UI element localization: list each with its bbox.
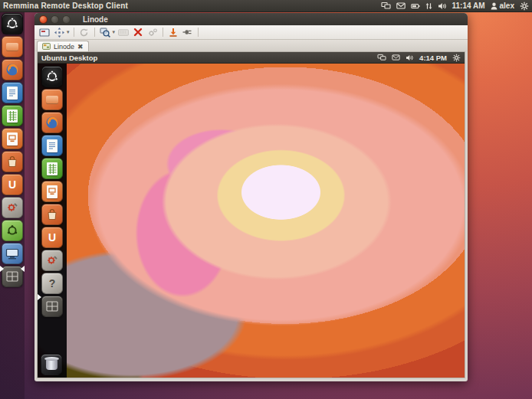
gear-wrench-icon	[45, 253, 59, 267]
remote-launcher-item-unknown-app[interactable]: ?	[41, 273, 63, 294]
remote-desktop-wallpaper[interactable]: U ?	[38, 64, 465, 378]
gear-icon[interactable]	[452, 54, 461, 62]
remote-desktop-icon	[5, 248, 19, 260]
remmina-window: Linode ▾ ▾ Linode ✖ Ubuntu Desktop	[34, 13, 468, 381]
gear-wrench-icon	[5, 201, 19, 214]
scaled-mode-button[interactable]	[78, 26, 90, 38]
running-indicator-arrow	[0, 266, 8, 272]
tab-linode[interactable]: Linode ✖	[37, 41, 89, 51]
window-title: Linode	[83, 15, 108, 24]
impress-presentation-icon	[7, 132, 18, 146]
host-system-tray: 11:14 AM alex	[381, 2, 529, 11]
window-titlebar[interactable]: Linode	[34, 13, 468, 25]
tools-button[interactable]	[132, 26, 144, 38]
launcher-item-dash-home[interactable]	[2, 13, 23, 34]
tab-bar: Linode ✖	[34, 40, 468, 51]
chevron-down-icon[interactable]: ▾	[113, 29, 116, 35]
user-icon	[491, 2, 498, 10]
host-top-panel: Remmina Remote Desktop Client 11:14 AM a…	[0, 0, 532, 12]
remote-launcher-item-ubuntu-software-center[interactable]	[41, 204, 63, 225]
remote-launcher-item-libreoffice-impress[interactable]	[41, 181, 63, 202]
ubuntu-one-letter: U	[8, 178, 16, 191]
toolbar-separator	[74, 28, 74, 37]
folder-icon	[46, 96, 58, 104]
volume-icon[interactable]	[438, 2, 447, 10]
minimize-to-tray-button[interactable]	[167, 26, 179, 38]
connection-thumbnail-icon	[42, 43, 51, 50]
remote-launcher-item-trash[interactable]	[41, 354, 62, 375]
volume-icon[interactable]	[406, 54, 414, 61]
writer-document-icon	[7, 87, 18, 100]
remote-launcher-item-libreoffice-calc[interactable]	[41, 158, 63, 179]
ubuntu-logo-icon	[5, 17, 19, 31]
launcher-item-libreoffice-writer[interactable]	[2, 82, 23, 103]
calc-spreadsheet-icon	[7, 110, 18, 123]
battery-icon[interactable]	[411, 3, 420, 9]
sync-arrows-icon[interactable]	[425, 2, 432, 10]
focused-indicator-arrow	[17, 266, 25, 272]
remote-launcher-item-ubuntu-one[interactable]: U	[41, 227, 63, 248]
folder-icon	[6, 43, 18, 51]
firefox-icon	[5, 62, 20, 77]
remmina-toolbar: ▾ ▾	[34, 25, 468, 40]
ubuntu-one-letter: U	[48, 231, 56, 244]
launcher-item-ubuntu-software-center[interactable]	[2, 151, 23, 172]
launcher-item-home-folder[interactable]	[2, 36, 23, 57]
chevron-down-icon[interactable]: ▾	[67, 29, 70, 35]
running-indicator-arrow	[38, 294, 45, 300]
calc-spreadsheet-icon	[47, 162, 57, 175]
disconnect-button[interactable]	[182, 26, 194, 38]
ubuntu-logo-green-icon	[6, 224, 18, 237]
remote-system-tray: 4:14 PM	[377, 54, 461, 62]
fit-window-button[interactable]	[53, 26, 65, 38]
tab-close-icon[interactable]: ✖	[77, 43, 84, 51]
shopping-bag-icon	[46, 208, 58, 221]
workspace-grid-icon	[6, 271, 18, 282]
launcher-item-ubuntu-logo-green[interactable]	[2, 220, 23, 241]
session-user[interactable]: alex	[491, 2, 514, 10]
preferences-button[interactable]	[146, 26, 159, 38]
host-clock[interactable]: 11:14 AM	[452, 2, 485, 10]
launcher-item-system-settings[interactable]	[2, 197, 23, 218]
zoom-button[interactable]	[99, 26, 111, 38]
remote-top-panel: Ubuntu Desktop 4:14 PM	[38, 52, 465, 64]
writer-document-icon	[47, 139, 57, 152]
workspace-grid-icon	[46, 301, 58, 312]
remote-launcher-item-libreoffice-writer[interactable]	[41, 135, 63, 156]
close-button[interactable]	[39, 15, 48, 24]
minimize-button[interactable]	[51, 15, 59, 24]
launcher-item-libreoffice-calc[interactable]	[2, 105, 23, 126]
network-icon[interactable]	[381, 2, 391, 10]
question-mark-icon: ?	[49, 277, 56, 289]
mail-icon[interactable]	[392, 54, 400, 61]
active-app-title: Remmina Remote Desktop Client	[3, 2, 381, 10]
launcher-item-remmina[interactable]	[2, 243, 23, 264]
gear-icon[interactable]	[520, 2, 529, 11]
remote-clock[interactable]: 4:14 PM	[419, 54, 447, 62]
tab-label: Linode	[54, 43, 74, 51]
ubuntu-logo-icon	[45, 70, 59, 83]
shopping-bag-icon	[6, 155, 18, 168]
host-launcher: U	[0, 12, 25, 399]
maximize-button[interactable]	[62, 15, 71, 24]
launcher-item-libreoffice-impress[interactable]	[2, 128, 23, 149]
remote-session-viewport[interactable]: Ubuntu Desktop 4:14 PM	[37, 51, 465, 378]
remote-desktop-title: Ubuntu Desktop	[41, 54, 377, 62]
toolbar-separator	[163, 28, 163, 37]
remote-launcher-item-system-settings[interactable]	[41, 250, 63, 271]
fullscreen-button[interactable]	[38, 26, 51, 38]
trash-bin-icon	[46, 359, 57, 370]
launcher-item-firefox[interactable]	[2, 59, 23, 80]
impress-presentation-icon	[47, 185, 57, 198]
firefox-icon	[44, 115, 60, 130]
mail-icon[interactable]	[396, 2, 406, 9]
toolbar-separator	[198, 28, 199, 37]
network-icon[interactable]	[377, 54, 386, 61]
remote-launcher-item-home-folder[interactable]	[41, 89, 63, 110]
remote-launcher-item-dash-home[interactable]	[41, 66, 63, 87]
remote-launcher: U ?	[38, 64, 67, 378]
launcher-item-ubuntu-one[interactable]: U	[2, 174, 23, 195]
toolbar-separator	[94, 28, 95, 37]
keyboard-grab-button[interactable]	[117, 26, 130, 38]
remote-launcher-item-firefox[interactable]	[41, 112, 63, 133]
